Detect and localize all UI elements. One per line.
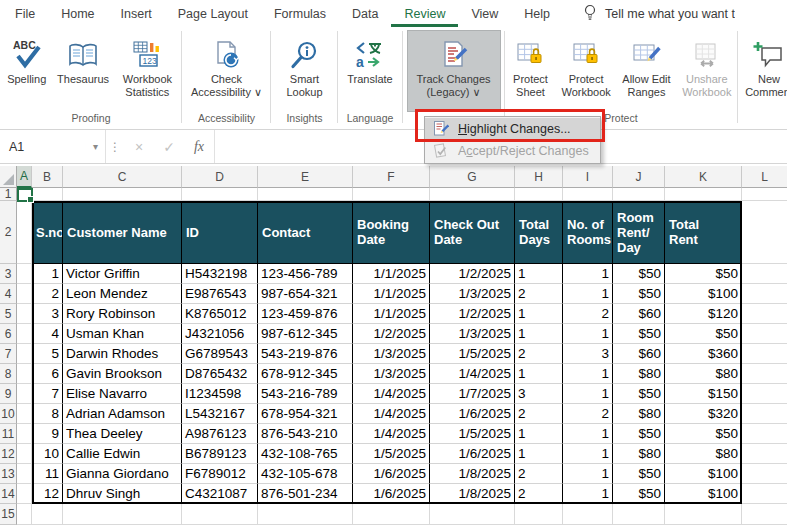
table-cell[interactable]: H5432198	[182, 264, 258, 284]
table-cell[interactable]: 123-456-789	[258, 264, 353, 284]
empty-cell[interactable]	[17, 284, 32, 304]
table-cell[interactable]: $120	[665, 304, 742, 324]
smart-lookup-button[interactable]: Smart Lookup	[278, 30, 332, 112]
table-cell[interactable]: 1	[563, 424, 613, 444]
table-cell[interactable]: $320	[665, 404, 742, 424]
table-cell[interactable]: 678-912-345	[258, 364, 353, 384]
table-cell[interactable]: 1/6/2025	[430, 404, 515, 424]
table-cell[interactable]: Gianna Giordano	[63, 464, 182, 484]
empty-cell[interactable]	[182, 504, 258, 525]
row-header-5[interactable]: 5	[0, 304, 17, 324]
tab-view[interactable]: View	[458, 0, 511, 27]
table-cell[interactable]: 1/2/2025	[430, 304, 515, 324]
row-header-9[interactable]: 9	[0, 384, 17, 404]
table-header-cell[interactable]: Total Days	[515, 201, 563, 264]
column-header-E[interactable]: E	[258, 166, 353, 188]
table-cell[interactable]: $80	[613, 444, 665, 464]
empty-cell[interactable]	[63, 504, 182, 525]
table-cell[interactable]: 1/6/2025	[430, 444, 515, 464]
table-cell[interactable]: 543-216-789	[258, 384, 353, 404]
table-cell[interactable]: $50	[613, 324, 665, 344]
column-header-G[interactable]: G	[430, 166, 515, 188]
table-cell[interactable]: 1/5/2025	[353, 444, 430, 464]
enter-icon[interactable]: ✓	[154, 130, 184, 163]
name-box[interactable]: A1 ▾	[0, 130, 106, 163]
table-cell[interactable]: $50	[613, 284, 665, 304]
table-cell[interactable]: L5432167	[182, 404, 258, 424]
row-header-14[interactable]: 14	[0, 484, 17, 504]
check-accessibility-button[interactable]: Check Accessibility ∨	[184, 30, 270, 112]
table-cell[interactable]: $360	[665, 344, 742, 364]
table-cell[interactable]: 1/2/2025	[353, 324, 430, 344]
table-cell[interactable]: 1	[563, 484, 613, 504]
table-cell[interactable]: 876-501-234	[258, 484, 353, 504]
column-header-H[interactable]: H	[515, 166, 563, 188]
table-cell[interactable]: 1/1/2025	[353, 284, 430, 304]
selected-cell-A1[interactable]	[17, 188, 33, 202]
workbook-statistics-button[interactable]: 123Workbook Statistics	[115, 30, 180, 112]
tell-me-search[interactable]: Tell me what you want t	[583, 0, 735, 27]
empty-cell[interactable]	[17, 484, 32, 504]
table-header-cell[interactable]: Customer Name	[63, 201, 182, 264]
empty-cell[interactable]	[563, 504, 613, 525]
table-header-cell[interactable]: Check Out Date	[430, 201, 515, 264]
table-cell[interactable]: $80	[665, 364, 742, 384]
table-cell[interactable]: Usman Khan	[63, 324, 182, 344]
table-cell[interactable]: D8765432	[182, 364, 258, 384]
table-cell[interactable]: 2	[515, 484, 563, 504]
row-header-1[interactable]: 1	[0, 188, 17, 201]
empty-cell[interactable]	[430, 504, 515, 525]
protect-sheet-button[interactable]: Protect Sheet	[506, 30, 555, 112]
row-header-11[interactable]: 11	[0, 424, 17, 444]
empty-cell[interactable]	[17, 201, 32, 264]
table-cell[interactable]: 1	[563, 264, 613, 284]
table-cell[interactable]: $150	[665, 384, 742, 404]
table-cell[interactable]: 123-459-876	[258, 304, 353, 324]
table-cell[interactable]: Darwin Rhodes	[63, 344, 182, 364]
table-cell[interactable]: 10	[32, 444, 63, 464]
table-cell[interactable]: Thea Deeley	[63, 424, 182, 444]
table-cell[interactable]: 1/4/2025	[430, 364, 515, 384]
new-comment-button[interactable]: New Comment	[739, 30, 787, 112]
empty-cell[interactable]	[742, 188, 787, 201]
row-header-3[interactable]: 3	[0, 264, 17, 284]
empty-cell[interactable]	[742, 504, 787, 525]
table-cell[interactable]: 876-543-210	[258, 424, 353, 444]
column-header-B[interactable]: B	[32, 166, 63, 188]
table-header-cell[interactable]: Total Rent	[665, 201, 742, 264]
table-cell[interactable]: 2	[563, 404, 613, 424]
empty-cell[interactable]	[563, 188, 613, 201]
empty-cell[interactable]	[742, 284, 787, 304]
row-header-12[interactable]: 12	[0, 444, 17, 464]
table-cell[interactable]: 1/2/2025	[430, 264, 515, 284]
insert-function-icon[interactable]: fx	[184, 130, 215, 163]
empty-cell[interactable]	[742, 464, 787, 484]
allow-edit-ranges-button[interactable]: Allow Edit Ranges	[617, 30, 675, 112]
table-cell[interactable]: 3	[515, 384, 563, 404]
table-cell[interactable]: Callie Edwin	[63, 444, 182, 464]
formula-bar-resize-handle[interactable]: ⋮	[106, 130, 124, 163]
table-cell[interactable]: J4321056	[182, 324, 258, 344]
cancel-icon[interactable]: ×	[124, 130, 154, 163]
table-header-cell[interactable]: S.no	[32, 201, 63, 264]
table-cell[interactable]: $50	[613, 464, 665, 484]
table-cell[interactable]: E9876543	[182, 284, 258, 304]
empty-cell[interactable]	[258, 188, 353, 201]
column-header-I[interactable]: I	[563, 166, 613, 188]
table-cell[interactable]: $80	[613, 404, 665, 424]
table-cell[interactable]: $100	[665, 284, 742, 304]
table-cell[interactable]: 987-654-321	[258, 284, 353, 304]
table-cell[interactable]: Victor Griffin	[63, 264, 182, 284]
table-cell[interactable]: 1/4/2025	[353, 384, 430, 404]
table-cell[interactable]: 1	[515, 304, 563, 324]
empty-cell[interactable]	[63, 188, 182, 201]
table-cell[interactable]: 1	[563, 384, 613, 404]
table-cell[interactable]: 12	[32, 484, 63, 504]
row-header-4[interactable]: 4	[0, 284, 17, 304]
table-header-cell[interactable]: No. of Rooms	[563, 201, 613, 264]
name-box-dropdown-icon[interactable]: ▾	[93, 141, 98, 152]
empty-cell[interactable]	[742, 424, 787, 444]
table-cell[interactable]: I1234598	[182, 384, 258, 404]
table-cell[interactable]: 543-219-876	[258, 344, 353, 364]
empty-cell[interactable]	[17, 464, 32, 484]
